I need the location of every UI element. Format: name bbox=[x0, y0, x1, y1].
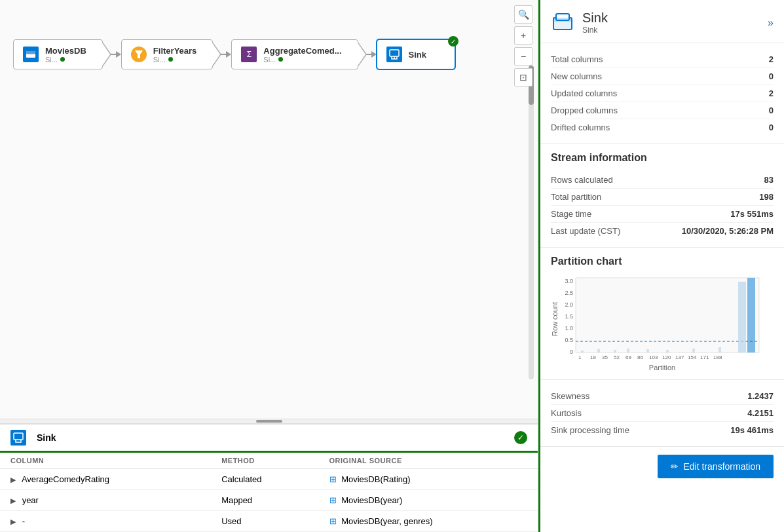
moviesdb-status-dot bbox=[60, 57, 65, 62]
sink-icon bbox=[385, 45, 403, 64]
node-chevron-inner-filter bbox=[212, 42, 220, 67]
row2-column: year bbox=[22, 495, 39, 505]
svg-text:86: 86 bbox=[637, 354, 643, 360]
stat-new-columns: New columns 0 bbox=[551, 68, 774, 85]
svg-text:1.0: 1.0 bbox=[565, 325, 573, 332]
stat-updated-columns: Updated columns 2 bbox=[551, 85, 774, 102]
arrow-3 bbox=[371, 51, 377, 58]
svg-text:188: 188 bbox=[713, 354, 722, 360]
edit-transformation-button[interactable]: ✏ Edit transformation bbox=[658, 455, 774, 478]
canvas-scrollbar-track[interactable] bbox=[529, 66, 534, 379]
bottom-table-check: ✓ bbox=[514, 431, 527, 444]
stream-info-section: Stream information Rows calculated 83 To… bbox=[540, 144, 784, 248]
row3-source-icon: ⊞ bbox=[329, 516, 337, 526]
row1-expand[interactable]: ▶ bbox=[10, 476, 16, 484]
stat-dropped-columns: Dropped columns 0 bbox=[551, 102, 774, 119]
zoom-out-button[interactable]: − bbox=[514, 47, 532, 66]
moviesdb-icon bbox=[22, 45, 40, 64]
expand-right-icon[interactable]: » bbox=[768, 17, 774, 29]
right-panel-content: Total columns 2 New columns 0 Updated co… bbox=[540, 43, 784, 532]
row3-expand[interactable]: ▶ bbox=[10, 518, 16, 525]
bottom-panel: Sink ✓ COLUMN METHOD ORIGINAL SOURCE ▶ A… bbox=[0, 424, 538, 532]
aggregate-title: AggregateComed... bbox=[263, 46, 341, 56]
stream-info-title: Stream information bbox=[551, 152, 774, 164]
svg-text:1: 1 bbox=[578, 354, 582, 360]
col-header-method: METHOD bbox=[211, 453, 318, 469]
aggregate-status-dot bbox=[278, 57, 283, 62]
actions-section: ✏ Edit transformation bbox=[540, 447, 784, 463]
row2-expand[interactable]: ▶ bbox=[10, 497, 16, 504]
filteryears-title: FilterYears bbox=[153, 46, 197, 56]
node-moviesdb[interactable]: MoviesDB Si... bbox=[13, 39, 121, 69]
table-row: ▶ year Mapped ⊞ MoviesDB(year) bbox=[0, 490, 538, 511]
bottom-table-header: Sink ✓ bbox=[0, 425, 538, 453]
node-sink[interactable]: Sink ✓ bbox=[377, 39, 455, 69]
partition-chart-title: Partition chart bbox=[551, 256, 774, 267]
chart-y-axis-label: Row count bbox=[551, 302, 559, 336]
row3-method: Used bbox=[211, 511, 318, 532]
svg-text:0.5: 0.5 bbox=[565, 337, 573, 343]
svg-text:52: 52 bbox=[614, 354, 620, 360]
svg-text:18: 18 bbox=[590, 354, 596, 360]
edit-icon: ✏ bbox=[671, 461, 679, 472]
filteryears-icon bbox=[130, 45, 148, 64]
row1-method: Calculated bbox=[211, 469, 318, 490]
svg-rect-24 bbox=[627, 349, 629, 352]
svg-rect-21 bbox=[581, 351, 584, 352]
table-row: ▶ - Used ⊞ MoviesDB(year, genres) bbox=[0, 511, 538, 532]
aggregate-sub: Si... bbox=[263, 56, 276, 64]
moviesdb-sub: Si... bbox=[45, 56, 58, 64]
node-aggregate[interactable]: Σ AggregateComed... Si... bbox=[231, 39, 376, 69]
table-row: ▶ AverageComedyRating Calculated ⊞ Movie… bbox=[0, 469, 538, 490]
arrow-2 bbox=[226, 51, 231, 58]
svg-text:2.0: 2.0 bbox=[565, 301, 573, 308]
search-button[interactable]: 🔍 bbox=[514, 5, 532, 24]
right-panel-sink-icon bbox=[551, 11, 574, 35]
svg-text:103: 103 bbox=[649, 354, 658, 360]
pipeline-flow: MoviesDB Si... bbox=[0, 0, 538, 83]
right-panel-subtitle: Sink bbox=[582, 26, 768, 35]
panel-divider bbox=[0, 419, 538, 424]
stat-last-update: Last update (CST) 10/30/2020, 5:26:28 PM bbox=[551, 223, 774, 239]
bottom-stats-section: Skewness 1.2437 Kurtosis 4.2151 Sink pro… bbox=[540, 380, 784, 447]
svg-rect-6 bbox=[14, 433, 23, 440]
right-panel-header: Sink Sink » bbox=[540, 0, 784, 43]
row3-column: - bbox=[22, 516, 25, 526]
svg-rect-19 bbox=[738, 282, 746, 352]
node-chevron-inner-agg bbox=[357, 42, 365, 67]
row1-column: AverageComedyRating bbox=[22, 474, 109, 484]
stat-sink-processing: Sink processing time 19s 461ms bbox=[551, 422, 774, 438]
arrow-1 bbox=[116, 51, 121, 58]
stat-kurtosis: Kurtosis 4.2151 bbox=[551, 405, 774, 422]
stat-rows-calculated: Rows calculated 83 bbox=[551, 172, 774, 189]
svg-rect-28 bbox=[719, 347, 721, 352]
svg-rect-23 bbox=[614, 350, 616, 352]
column-stats-section: Total columns 2 New columns 0 Updated co… bbox=[540, 43, 784, 144]
node-chevron-inner-moviesdb bbox=[102, 42, 110, 67]
chart-x-axis-label: Partition bbox=[551, 364, 774, 371]
divider-handle[interactable] bbox=[256, 420, 282, 423]
sink-check-icon: ✓ bbox=[448, 36, 458, 47]
filteryears-status-dot bbox=[168, 57, 173, 62]
data-table: COLUMN METHOD ORIGINAL SOURCE ▶ AverageC… bbox=[0, 453, 538, 532]
svg-rect-1 bbox=[26, 51, 35, 54]
row2-method: Mapped bbox=[211, 490, 318, 511]
svg-rect-9 bbox=[553, 18, 572, 22]
svg-rect-27 bbox=[692, 349, 695, 352]
fit-button[interactable]: ⊡ bbox=[514, 68, 532, 86]
node-filteryears[interactable]: FilterYears Si... bbox=[121, 39, 232, 69]
zoom-in-button[interactable]: + bbox=[514, 26, 532, 45]
svg-text:137: 137 bbox=[675, 354, 684, 360]
svg-text:1.5: 1.5 bbox=[565, 313, 573, 320]
stat-stage-time: Stage time 17s 551ms bbox=[551, 206, 774, 223]
aggregate-icon: Σ bbox=[240, 45, 258, 64]
filteryears-sub: Si... bbox=[153, 56, 166, 64]
chart-area: 3.0 2.5 2.0 1.5 1.0 0.5 0 bbox=[561, 275, 774, 362]
right-panel: Sink Sink » Total columns 2 New columns … bbox=[538, 0, 784, 532]
svg-text:3.0: 3.0 bbox=[565, 278, 573, 284]
svg-rect-22 bbox=[597, 349, 600, 352]
sink-title: Sink bbox=[409, 50, 426, 60]
stat-skewness: Skewness 1.2437 bbox=[551, 388, 774, 405]
pipeline-canvas: 🔍 + − ⊡ bbox=[0, 0, 538, 419]
svg-text:120: 120 bbox=[662, 354, 671, 360]
